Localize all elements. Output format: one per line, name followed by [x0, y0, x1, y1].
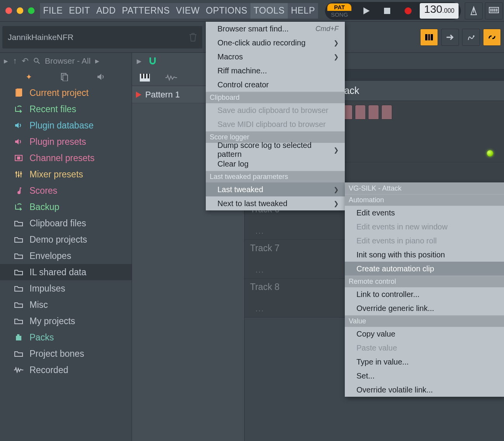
track-name: Track 7 [250, 243, 280, 253]
browser-item[interactable]: Misc [0, 297, 132, 313]
browser-item[interactable]: Project bones [0, 346, 132, 362]
stop-button[interactable] [378, 3, 396, 19]
sliders-icon [14, 170, 23, 178]
browser-item[interactable]: Scores [0, 182, 132, 199]
track-mute-led[interactable] [487, 150, 493, 156]
menu-item[interactable]: Macros❯ [206, 50, 345, 64]
browser-item[interactable]: Packs [0, 329, 132, 346]
play-button[interactable] [357, 3, 375, 19]
menu-item[interactable]: Override volatile link... [345, 383, 504, 397]
magnet-icon[interactable] [148, 57, 157, 65]
wave-icon[interactable] [165, 74, 177, 81]
browser-item[interactable]: Mixer presets [0, 166, 132, 182]
browser-panel: ▸ ↑ ↶ Browser - All ▸ ✦ Current projectR… [0, 53, 132, 441]
record-button[interactable] [399, 3, 417, 19]
countdown-icon[interactable] [485, 2, 503, 19]
svg-line-13 [38, 62, 40, 64]
step-button[interactable] [368, 105, 379, 120]
menu-item[interactable]: Create automation clip [345, 262, 504, 276]
step-button[interactable] [381, 105, 392, 120]
browser-item[interactable]: Demo projects [0, 231, 132, 248]
menu-item[interactable]: Clear log [206, 157, 345, 171]
menu-item[interactable]: Type in value... [345, 355, 504, 369]
menu-section-header: Automation [345, 194, 504, 206]
menu-add[interactable]: ADD [93, 3, 119, 19]
collapse-icon[interactable]: ✦ [26, 72, 32, 82]
browser-item[interactable]: Current project [0, 85, 132, 101]
svg-point-24 [18, 175, 20, 177]
menu-item[interactable]: Last tweaked❯ [206, 182, 345, 196]
menu-item[interactable]: One-click audio recording❯ [206, 36, 345, 50]
menu-item[interactable]: Set... [345, 369, 504, 383]
search-icon[interactable] [33, 57, 40, 64]
minimize-window-button[interactable] [17, 7, 23, 14]
transport-panel: PAT SONG 130 .000 [325, 2, 461, 20]
menu-tools[interactable]: TOOLS [250, 3, 288, 19]
menu-item[interactable]: Edit events [345, 206, 504, 220]
menu-item[interactable]: Next to last tweaked❯ [206, 196, 345, 210]
menu-item[interactable]: Copy value [345, 327, 504, 341]
menu-item[interactable]: Dump score log to selected pattern❯ [206, 143, 345, 157]
copy-icon[interactable] [61, 73, 68, 81]
menu-help[interactable]: HELP [288, 3, 318, 19]
menu-item-label: Copy value [356, 330, 395, 339]
folder-icon [14, 219, 23, 227]
chevron-right-icon[interactable]: ▸ [95, 56, 99, 66]
menu-file[interactable]: FILE [40, 3, 66, 19]
metronome-icon[interactable] [465, 2, 483, 19]
browser-item[interactable]: Clipboard files [0, 215, 132, 231]
browser-item[interactable]: Plugin presets [0, 134, 132, 150]
menu-item[interactable]: Browser smart find...Cmd+F [206, 22, 345, 36]
step-button[interactable] [355, 105, 366, 120]
piano-icon[interactable] [140, 74, 150, 82]
pat-song-toggle[interactable]: PAT SONG [327, 3, 351, 18]
chevron-right-icon[interactable]: ▸ [4, 56, 8, 66]
track-menu-icon[interactable]: ... [255, 227, 264, 236]
menu-item-label: One-click audio recording [217, 38, 306, 47]
browser-item[interactable]: Channel presets [0, 150, 132, 166]
browser-item[interactable]: Recent files [0, 101, 132, 117]
browser-item[interactable]: My projects [0, 313, 132, 329]
menu-item[interactable]: Control creator [206, 78, 345, 92]
close-window-button[interactable] [5, 7, 12, 14]
hint-bar: JannikHainkeNFR [2, 26, 202, 49]
step-icon[interactable] [462, 29, 480, 46]
undo-icon[interactable]: ↶ [22, 56, 29, 66]
menu-section-header: Remote control [345, 276, 504, 287]
browser-item[interactable]: Impulses [0, 280, 132, 297]
browser-item[interactable]: Envelopes [0, 248, 132, 264]
svg-marker-30 [136, 92, 141, 98]
next-panel-button[interactable] [441, 29, 459, 46]
browser-item[interactable]: Recorded [0, 362, 132, 378]
browser-item[interactable]: IL shared data [0, 264, 132, 280]
menu-item-label: Control creator [217, 80, 269, 89]
menu-view[interactable]: VIEW [173, 3, 203, 19]
menu-item-label: Edit events in new window [356, 222, 448, 231]
tempo-display[interactable]: 130 .000 [420, 3, 459, 19]
play-icon[interactable]: ▶ [137, 57, 141, 65]
menu-item[interactable]: Override generic link... [345, 301, 504, 315]
track-menu-icon[interactable]: ... [255, 266, 264, 274]
track-menu-icon[interactable]: ... [255, 304, 264, 313]
browser-item[interactable]: Plugin database [0, 117, 132, 134]
tempo-int: 130 [424, 3, 442, 16]
maximize-window-button[interactable] [28, 7, 35, 14]
browser-item[interactable]: Backup [0, 199, 132, 215]
menu-item[interactable]: Riff machine... [206, 64, 345, 78]
menu-item-label: Save MIDI clipboard to browser [217, 120, 326, 129]
menu-options[interactable]: OPTIONS [203, 3, 250, 19]
browser-item-label: Scores [30, 186, 57, 196]
menu-item[interactable]: Init song with this position [345, 248, 504, 262]
menu-edit[interactable]: EDIT [66, 3, 93, 19]
svg-rect-10 [431, 34, 433, 40]
menu-item: Save audio clipboard to browser [206, 103, 345, 117]
link-panel-button[interactable] [483, 29, 501, 46]
tools-menu-dropdown: Browser smart find...Cmd+FOne-click audi… [206, 22, 345, 210]
up-arrow-icon[interactable]: ↑ [13, 56, 17, 66]
browser-toolbar: ✦ [0, 69, 132, 85]
trash-icon[interactable] [189, 33, 197, 42]
speaker-icon[interactable] [97, 73, 106, 81]
playlist-panel-button[interactable] [420, 29, 438, 46]
menu-item[interactable]: Link to controller... [345, 287, 504, 301]
menu-patterns[interactable]: PATTERNS [119, 3, 173, 19]
